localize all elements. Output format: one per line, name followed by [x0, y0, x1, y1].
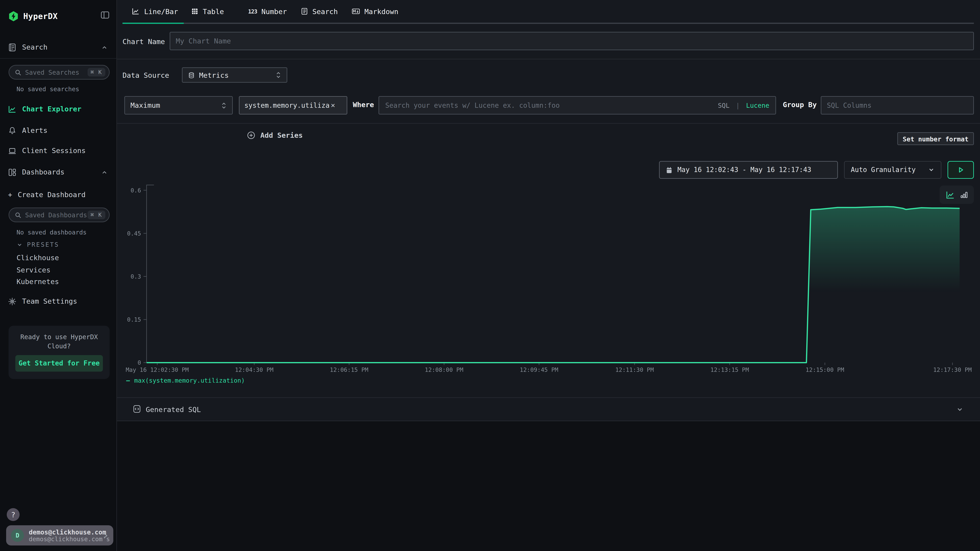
- sidebar-item-chart-explorer[interactable]: Chart Explorer: [8, 103, 110, 114]
- legend-line-swatch: —: [126, 377, 130, 384]
- code-icon: [133, 405, 141, 413]
- remove-metric-icon[interactable]: ×: [331, 102, 335, 109]
- plus-circle-icon: [247, 131, 255, 140]
- svg-text:0.15: 0.15: [127, 316, 141, 323]
- toggle-divider: |: [736, 102, 740, 109]
- chevron-down-icon: [928, 167, 935, 173]
- sidebar-item-alerts[interactable]: Alerts: [8, 125, 110, 136]
- user-email: demos@clickhouse.com: [29, 528, 102, 536]
- search-icon: [15, 212, 21, 218]
- hyperdx-app: HyperDX Search: [0, 0, 980, 551]
- shortcut-badge: ⌘ K: [88, 68, 105, 76]
- timeseries-chart[interactable]: 00.150.30.450.6May 16 12:02:30 PM12:04:3…: [120, 181, 978, 376]
- data-source-value: Metrics: [199, 71, 229, 79]
- granularity-select[interactable]: Auto Granularity: [844, 161, 942, 179]
- content-background: [117, 421, 980, 551]
- group-by-label: Group By: [783, 100, 817, 109]
- run-query-button[interactable]: [948, 161, 974, 179]
- metric-name: system.memory.utilization: [244, 102, 329, 110]
- sidebar-item-search[interactable]: Search: [8, 41, 110, 52]
- sql-mode-button[interactable]: SQL: [718, 102, 730, 109]
- chevron-up-icon[interactable]: [101, 169, 108, 176]
- svg-text:12:09:45 PM: 12:09:45 PM: [520, 367, 558, 373]
- sidebar-item-client-sessions[interactable]: Client Sessions: [8, 145, 110, 156]
- no-saved-dashboards-note: No saved dashboards: [16, 229, 87, 236]
- svg-text:0.6: 0.6: [130, 187, 141, 194]
- select-chevrons-icon: [275, 71, 281, 79]
- presets-header[interactable]: PRESETS: [16, 241, 59, 248]
- plus-icon: +: [8, 191, 12, 199]
- bell-icon: [8, 126, 16, 135]
- search-icon: [15, 69, 21, 76]
- preset-services[interactable]: Services: [16, 266, 51, 274]
- get-started-button[interactable]: Get Started for Free: [15, 355, 103, 372]
- tabbar-divider: [123, 23, 974, 24]
- chevron-down-icon: [956, 406, 964, 413]
- active-tab-indicator: [123, 22, 184, 24]
- saved-dashboards-input[interactable]: [25, 211, 88, 219]
- group-by-input[interactable]: [821, 96, 974, 114]
- legend-series-name: max(system.memory.utilization): [134, 377, 245, 384]
- help-button[interactable]: ?: [7, 508, 20, 521]
- date-range-value: May 16 12:02:43 - May 16 12:17:43: [678, 166, 811, 174]
- tab-table[interactable]: Table: [191, 0, 224, 23]
- avatar: D: [11, 529, 24, 542]
- event-search-input[interactable]: [385, 102, 718, 110]
- chart-type-tabbar: Line/Bar Table 123 Number: [123, 0, 979, 24]
- sidebar-item-label: Dashboards: [22, 168, 65, 176]
- sidebar: HyperDX Search: [0, 0, 117, 551]
- table-icon: [191, 7, 199, 15]
- aggregation-value: Maximum: [130, 101, 160, 110]
- generated-sql-row[interactable]: Generated SQL: [117, 398, 980, 421]
- chart-explorer-main: Line/Bar Table 123 Number: [117, 0, 980, 551]
- set-number-format-button[interactable]: Set number format: [897, 132, 974, 145]
- svg-text:12:06:15 PM: 12:06:15 PM: [330, 367, 368, 373]
- data-source-select[interactable]: Metrics: [182, 67, 287, 83]
- saved-searches-input[interactable]: [25, 68, 88, 76]
- sidebar-item-team-settings[interactable]: Team Settings: [8, 296, 110, 307]
- sidebar-item-dashboards[interactable]: Dashboards: [8, 167, 110, 178]
- gear-icon: [8, 297, 16, 306]
- create-dashboard-button[interactable]: + Create Dashboard: [8, 189, 110, 200]
- metric-tag[interactable]: system.memory.utilization ×: [239, 96, 347, 114]
- tab-label: Search: [312, 7, 338, 16]
- tab-line-bar[interactable]: Line/Bar: [126, 0, 185, 23]
- add-series-label: Add Series: [260, 131, 303, 140]
- presets-header-label: PRESETS: [27, 241, 59, 248]
- create-dashboard-label: Create Dashboard: [18, 191, 86, 199]
- date-range-picker[interactable]: May 16 12:02:43 - May 16 12:17:43: [659, 161, 838, 179]
- data-source-label: Data Source: [123, 71, 169, 79]
- sidebar-item-label: Client Sessions: [22, 146, 86, 155]
- select-chevrons-icon: [221, 102, 227, 110]
- number-123-icon: 123: [248, 8, 257, 14]
- line-chart-icon: [8, 105, 16, 114]
- tab-markdown[interactable]: Markdown: [352, 0, 398, 23]
- user-menu[interactable]: D demos@clickhouse.com demos@clickhouse.…: [6, 525, 113, 546]
- promo-text-line1: Ready to use HyperDX: [9, 333, 110, 340]
- svg-text:May 16 12:02:30 PM: May 16 12:02:30 PM: [126, 367, 189, 373]
- tab-label: Table: [203, 7, 224, 16]
- tab-label: Line/Bar: [144, 7, 178, 16]
- tab-search[interactable]: Search: [301, 0, 338, 23]
- tab-number[interactable]: 123 Number: [248, 0, 287, 23]
- chevron-up-icon[interactable]: [101, 44, 108, 51]
- lucene-mode-button[interactable]: Lucene: [746, 102, 769, 109]
- svg-text:12:11:30 PM: 12:11:30 PM: [616, 367, 654, 373]
- preset-clickhouse[interactable]: Clickhouse: [16, 254, 59, 262]
- journal-icon: [8, 43, 16, 52]
- chart-name-input[interactable]: [170, 32, 974, 50]
- sidebar-divider: [0, 58, 116, 59]
- saved-searches-box: ⌘ K: [9, 65, 110, 79]
- add-series-button[interactable]: Add Series: [247, 131, 303, 140]
- chart-name-label: Chart Name: [123, 37, 165, 46]
- cloud-promo-card: Ready to use HyperDX Cloud? Get Started …: [9, 326, 110, 379]
- shortcut-badge: ⌘ K: [88, 211, 105, 219]
- no-saved-searches-note: No saved searches: [16, 86, 79, 92]
- sidebar-collapse-icon[interactable]: [100, 10, 110, 20]
- divider: [117, 59, 980, 59]
- aggregation-select[interactable]: Maximum: [124, 96, 233, 114]
- preset-kubernetes[interactable]: Kubernetes: [16, 277, 59, 286]
- promo-text-line2: Cloud?: [9, 342, 110, 349]
- chevron-right-icon: [102, 532, 108, 539]
- sidebar-item-label: Chart Explorer: [22, 105, 81, 113]
